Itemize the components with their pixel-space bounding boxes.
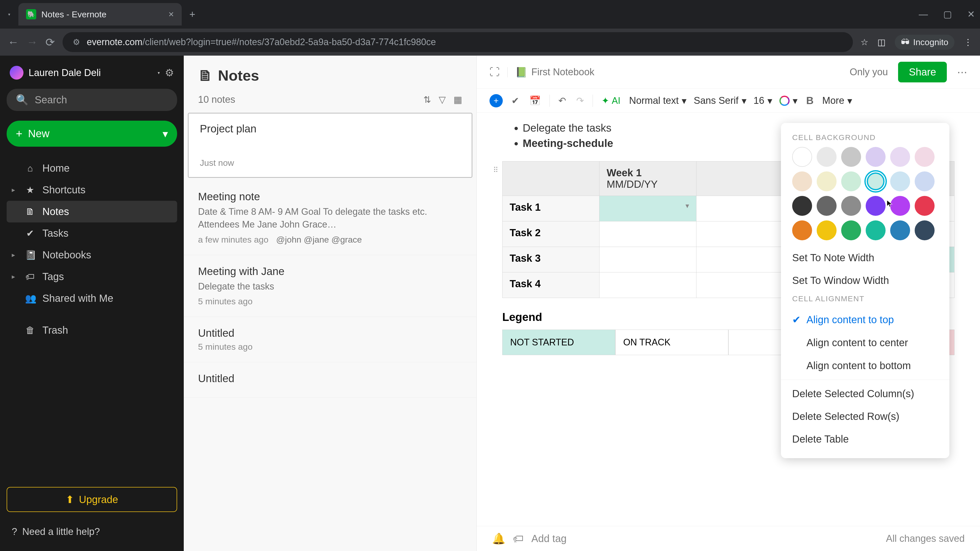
- sort-icon[interactable]: ⇅: [423, 94, 431, 105]
- site-controls-icon[interactable]: ⚙: [73, 37, 80, 47]
- color-swatch[interactable]: [890, 196, 910, 216]
- table-row-header[interactable]: Task 3: [503, 247, 600, 272]
- color-swatch[interactable]: [792, 196, 812, 216]
- more-icon[interactable]: ⋯: [957, 66, 967, 78]
- expand-icon[interactable]: ⛶: [490, 66, 500, 78]
- maximize-icon[interactable]: ▢: [943, 9, 952, 20]
- filter-icon[interactable]: ▽: [439, 94, 446, 105]
- tab-dropdown-icon[interactable]: ▾: [5, 10, 13, 18]
- incognito-badge[interactable]: 🕶 Incognito: [895, 35, 955, 50]
- browser-tab[interactable]: 🐘 Notes - Evernote ✕: [18, 3, 182, 25]
- share-button[interactable]: Share: [898, 62, 947, 83]
- table-row-header[interactable]: Task 2: [503, 221, 600, 247]
- expand-icon[interactable]: ▸: [12, 273, 18, 281]
- align-option[interactable]: ✔Align content to top: [781, 308, 950, 331]
- expand-icon[interactable]: ▸: [12, 251, 18, 259]
- table-cell[interactable]: ▾: [600, 196, 697, 221]
- paragraph-style-select[interactable]: Normal text ▾: [629, 95, 687, 106]
- color-swatch[interactable]: [792, 171, 812, 191]
- sidebar-item-tags[interactable]: ▸🏷Tags: [6, 266, 177, 287]
- color-swatch[interactable]: [841, 221, 861, 240]
- table-cell[interactable]: [600, 247, 697, 272]
- color-swatch[interactable]: [915, 147, 935, 167]
- table-cell[interactable]: [697, 272, 794, 298]
- sidebar-item-notes[interactable]: 🗎Notes: [6, 201, 177, 222]
- share-status[interactable]: Only you: [850, 67, 888, 78]
- calendar-icon[interactable]: 📅: [528, 94, 542, 108]
- forward-button[interactable]: →: [27, 36, 38, 48]
- color-swatch[interactable]: [915, 221, 935, 240]
- color-swatch[interactable]: [817, 147, 837, 167]
- color-swatch[interactable]: [792, 147, 812, 167]
- table-cell[interactable]: [600, 272, 697, 298]
- table-cell[interactable]: [600, 221, 697, 247]
- note-card[interactable]: Meeting with JaneDelegate the tasks5 min…: [184, 255, 476, 317]
- close-window-icon[interactable]: ✕: [967, 9, 975, 20]
- cell-dropdown-icon[interactable]: ▾: [686, 202, 689, 210]
- table-row-header[interactable]: Task 4: [503, 272, 600, 298]
- insert-button[interactable]: +: [490, 94, 503, 107]
- bold-button[interactable]: B: [805, 94, 815, 108]
- gear-icon[interactable]: ⚙: [165, 67, 174, 79]
- table-cell[interactable]: [697, 221, 794, 247]
- sidebar-item-shortcuts[interactable]: ▸★Shortcuts: [6, 179, 177, 201]
- table-cell[interactable]: [697, 247, 794, 272]
- kebab-menu-icon[interactable]: ⋮: [964, 37, 972, 47]
- sidebar-item-notebooks[interactable]: ▸📓Notebooks: [6, 244, 177, 266]
- sidebar-item-home[interactable]: ⌂Home: [6, 157, 177, 179]
- tag-add-icon[interactable]: 🏷: [513, 533, 524, 545]
- table-cell[interactable]: [697, 196, 794, 221]
- color-swatch[interactable]: [890, 147, 910, 167]
- user-menu[interactable]: Lauren Dale Deli ▾ ⚙: [6, 63, 177, 82]
- sidebar-item-tasks[interactable]: ✔Tasks: [6, 222, 177, 244]
- address-bar[interactable]: ⚙ evernote.com/client/web?login=true#/no…: [62, 32, 853, 52]
- color-swatch[interactable]: [865, 221, 886, 240]
- search-input[interactable]: 🔍 Search: [6, 89, 177, 111]
- redo-button[interactable]: ↷: [575, 94, 585, 108]
- undo-button[interactable]: ↶: [557, 94, 568, 108]
- color-swatch[interactable]: [890, 221, 910, 240]
- drag-handle-icon[interactable]: ⠿: [493, 166, 498, 174]
- sidebar-item-trash[interactable]: 🗑Trash: [6, 319, 177, 341]
- reminder-icon[interactable]: 🔔: [492, 532, 505, 545]
- color-swatch[interactable]: [817, 221, 837, 240]
- note-card[interactable]: Meeting noteDate & Time 8 AM- 9 AM Goal …: [184, 180, 476, 255]
- more-formatting[interactable]: More ▾: [822, 95, 853, 106]
- help-button[interactable]: ? Need a little help?: [6, 520, 177, 543]
- sidepanel-icon[interactable]: ◫: [877, 37, 886, 47]
- sidebar-item-shared-with-me[interactable]: 👥Shared with Me: [6, 287, 177, 309]
- task-icon[interactable]: ✔: [510, 94, 520, 108]
- font-select[interactable]: Sans Serif ▾: [694, 95, 746, 106]
- ai-button[interactable]: ✦ AI: [600, 94, 622, 108]
- color-swatch[interactable]: [915, 196, 935, 216]
- color-select[interactable]: ▾: [780, 95, 797, 106]
- back-button[interactable]: ←: [8, 36, 19, 48]
- bookmark-icon[interactable]: ☆: [861, 37, 868, 47]
- table-row-header[interactable]: Task 1: [503, 196, 600, 221]
- delete-table[interactable]: Delete Table: [781, 428, 950, 451]
- color-swatch[interactable]: [865, 171, 886, 191]
- note-card[interactable]: Project planJust now: [188, 113, 473, 178]
- view-icon[interactable]: ▦: [453, 94, 462, 105]
- color-swatch[interactable]: [841, 147, 861, 167]
- new-tab-button[interactable]: +: [189, 9, 195, 20]
- add-tag-input[interactable]: Add tag: [531, 533, 566, 545]
- color-swatch[interactable]: [841, 196, 861, 216]
- align-option[interactable]: ✔Align content to bottom: [781, 354, 950, 377]
- font-size-select[interactable]: 16 ▾: [754, 95, 772, 106]
- color-swatch[interactable]: [817, 196, 837, 216]
- close-tab-icon[interactable]: ✕: [168, 10, 174, 19]
- color-swatch[interactable]: [865, 147, 886, 167]
- delete-rows[interactable]: Delete Selected Row(s): [781, 405, 950, 428]
- color-swatch[interactable]: [890, 171, 910, 191]
- expand-icon[interactable]: ▸: [12, 186, 18, 194]
- color-swatch[interactable]: [841, 171, 861, 191]
- reload-button[interactable]: ⟳: [45, 36, 55, 49]
- color-swatch[interactable]: [792, 221, 812, 240]
- note-card[interactable]: Untitled: [184, 362, 476, 398]
- delete-columns[interactable]: Delete Selected Column(s): [781, 383, 950, 405]
- notebook-selector[interactable]: 📗 First Notebook: [515, 67, 594, 78]
- note-card[interactable]: Untitled5 minutes ago: [184, 317, 476, 362]
- color-swatch[interactable]: [915, 171, 935, 191]
- set-note-width[interactable]: Set To Note Width: [781, 246, 950, 269]
